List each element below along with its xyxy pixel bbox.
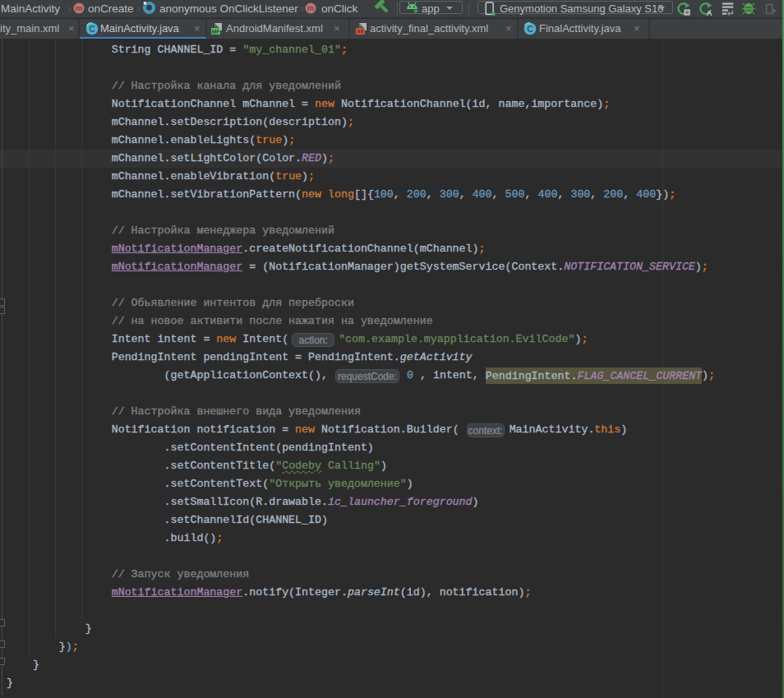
svg-text:C: C — [527, 24, 533, 34]
svg-text:C: C — [89, 24, 95, 34]
svg-text:MF: MF — [212, 29, 219, 35]
svg-text:A: A — [706, 8, 712, 16]
svg-text:m: m — [307, 3, 314, 12]
svg-text:m: m — [76, 3, 82, 12]
